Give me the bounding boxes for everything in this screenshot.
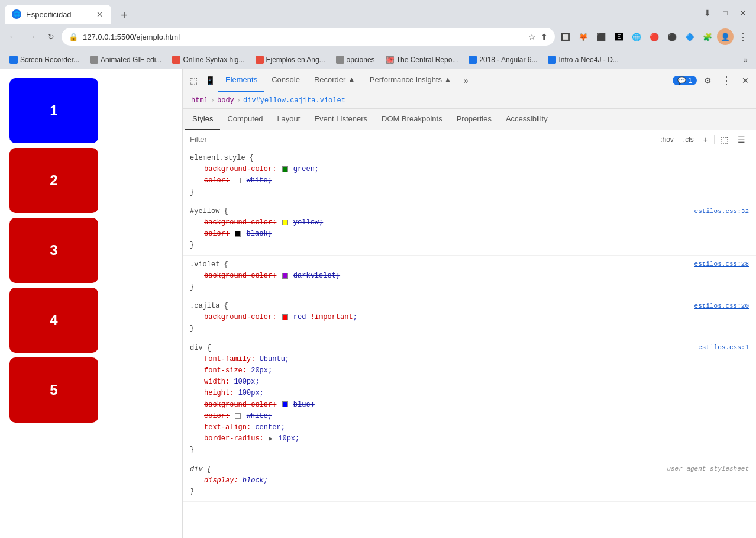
style-tab-properties[interactable]: Properties <box>450 109 499 130</box>
css-selector-div-ua[interactable]: div { <box>190 464 211 475</box>
css-selector-cajita[interactable]: .cajita { <box>190 301 228 312</box>
css-declaration-border-radius[interactable]: border-radius: ▶ 10px; <box>190 433 749 444</box>
close-devtools-button[interactable]: ✕ <box>737 72 754 89</box>
ext-icon-9[interactable]: 🧩 <box>699 28 716 45</box>
css-link-violet[interactable]: estilos.css:28 <box>694 259 749 270</box>
css-swatch-violet[interactable] <box>282 273 288 279</box>
css-rule-yellow: #yellow { estilos.css:32 background-colo… <box>183 202 756 256</box>
minimize-button[interactable]: ⬇ <box>699 5 716 21</box>
style-tab-styles[interactable]: Styles <box>185 109 220 130</box>
tab-performance-insights[interactable]: Performance insights ▲ <box>363 69 459 92</box>
style-tab-dom-breakpoints[interactable]: DOM Breakpoints <box>374 109 450 130</box>
more-tabs-button[interactable]: » <box>458 69 473 92</box>
css-declaration-bg-blue[interactable]: background-color: blue; <box>190 400 749 411</box>
maximize-button[interactable]: □ <box>717 5 734 21</box>
css-swatch-red[interactable] <box>282 314 288 320</box>
share-icon[interactable]: ⬆ <box>541 32 548 41</box>
cls-filter-button[interactable]: .cls <box>680 134 697 145</box>
ext-icon-3[interactable]: ⬛ <box>593 28 609 45</box>
hov-filter-button[interactable]: :hov <box>657 134 677 145</box>
profile-icon[interactable]: 👤 <box>717 28 734 45</box>
css-rule-selector-element-style[interactable]: element.style { <box>190 153 749 164</box>
style-tab-layout[interactable]: Layout <box>270 109 307 130</box>
tab-close-icon[interactable]: ✕ <box>95 9 104 19</box>
css-selector-violet[interactable]: .violet { <box>190 259 228 270</box>
ext-icon-2[interactable]: 🦊 <box>575 28 592 45</box>
star-icon[interactable]: ☆ <box>528 32 536 41</box>
filter-input[interactable] <box>190 135 649 144</box>
css-declaration-width[interactable]: width: 100px; <box>190 376 749 388</box>
tab-console[interactable]: Console <box>264 69 307 92</box>
css-declaration-text-align[interactable]: text-align: center; <box>190 422 749 433</box>
css-declaration-font-family[interactable]: font-family: Ubuntu; <box>190 354 749 365</box>
style-tab-accessibility[interactable]: Accessibility <box>499 109 555 130</box>
ext-icon-1[interactable]: 🔲 <box>557 28 574 45</box>
more-options-button[interactable]: ⋮ <box>718 72 735 89</box>
refresh-button[interactable]: ↻ <box>43 28 59 45</box>
css-swatch-black[interactable] <box>235 231 241 237</box>
bookmark-item-7[interactable]: 2018 - Angular 6... <box>464 54 542 65</box>
css-selector-yellow[interactable]: #yellow { <box>190 206 228 217</box>
css-declaration-bg-green[interactable]: background-color: green; <box>190 164 749 175</box>
settings-button[interactable]: ⚙ <box>699 72 716 89</box>
chat-badge[interactable]: 💬 1 <box>673 76 697 85</box>
css-swatch-yellow[interactable] <box>282 220 288 225</box>
breadcrumb-body[interactable]: body <box>216 96 235 105</box>
address-field[interactable]: 🔒 127.0.0.1:5500/ejemplo.html ☆ ⬆ <box>62 28 555 46</box>
window-controls: ⬇ □ ✕ <box>699 5 751 24</box>
css-swatch-green[interactable] <box>282 166 288 172</box>
css-declaration-bg-violet[interactable]: background-color: darkviolet; <box>190 270 749 282</box>
css-declaration-color-black[interactable]: color: black; <box>190 228 749 240</box>
css-link-cajita[interactable]: estilos.css:20 <box>694 301 749 312</box>
css-swatch-white-1[interactable] <box>235 178 241 183</box>
close-button[interactable]: ✕ <box>735 5 751 21</box>
ext-icon-7[interactable]: ⚫ <box>664 28 680 45</box>
css-triangle-border-radius[interactable]: ▶ <box>269 436 273 442</box>
ext-icon-4[interactable]: 🅴 <box>610 28 627 45</box>
menu-icon[interactable]: ⋮ <box>735 28 751 45</box>
device-toolbar-button[interactable]: 📱 <box>202 72 218 89</box>
css-link-yellow[interactable]: estilos.css:32 <box>694 207 749 217</box>
ext-icon-6[interactable]: 🔴 <box>646 28 663 45</box>
bookmark-favicon-5 <box>336 56 344 64</box>
css-declaration-bg-yellow[interactable]: background-color: yellow; <box>190 217 749 228</box>
bookmark-item-6[interactable]: 🐙 The Central Repo... <box>381 54 463 65</box>
add-class-button[interactable]: + <box>700 134 712 146</box>
main-area: 1 2 3 4 5 ⬚ 📱 Elements Console Recorder … <box>0 69 756 538</box>
new-tab-button[interactable]: + <box>116 7 133 24</box>
browser-tab[interactable]: 🌐 Especificidad ✕ <box>5 5 111 24</box>
css-declaration-display[interactable]: display: block; <box>190 475 749 487</box>
breadcrumb-html[interactable]: html <box>190 96 209 105</box>
new-style-rule-button[interactable]: ☰ <box>734 134 749 146</box>
css-declaration-color-white-1[interactable]: color: white; <box>190 175 749 186</box>
css-selector-div[interactable]: div { <box>190 343 211 354</box>
css-declaration-bg-red[interactable]: background-color: red !important; <box>190 312 749 323</box>
css-declaration-height[interactable]: height: 100px; <box>190 388 749 399</box>
css-link-div[interactable]: estilos.css:1 <box>698 343 749 353</box>
toggle-sidebar-button[interactable]: ⬚ <box>717 134 732 146</box>
css-rule-div: div { estilos.css:1 font-family: Ubuntu;… <box>183 339 756 460</box>
ext-icon-8[interactable]: 🔷 <box>681 28 698 45</box>
bookmark-item-4[interactable]: Ejemplos en Ang... <box>251 54 330 65</box>
bookmark-favicon-1 <box>9 56 18 64</box>
breadcrumb-active[interactable]: div#yellow.cajita.violet <box>242 96 347 105</box>
bookmarks-more-icon[interactable]: » <box>740 54 751 65</box>
back-button[interactable]: ← <box>5 28 21 45</box>
css-declaration-font-size[interactable]: font-size: 20px; <box>190 365 749 376</box>
bookmark-item-3[interactable]: Online Syntax hig... <box>167 54 249 65</box>
style-tab-computed[interactable]: Computed <box>220 109 270 130</box>
style-tab-event-listeners[interactable]: Event Listeners <box>307 109 374 130</box>
css-declaration-color-white-2[interactable]: color: white; <box>190 411 749 422</box>
css-rule-header-div-ua: div { user agent stylesheet <box>190 464 749 475</box>
ext-icon-5[interactable]: 🌐 <box>628 28 645 45</box>
bookmark-item-2[interactable]: Animated GIF edi... <box>85 54 166 65</box>
bookmark-item-1[interactable]: Screen Recorder... <box>5 54 84 65</box>
css-swatch-white-2[interactable] <box>235 413 241 419</box>
bookmark-item-8[interactable]: Intro a Neo4J - D... <box>543 54 623 65</box>
bookmark-item-5[interactable]: opciones <box>331 54 380 65</box>
css-swatch-blue[interactable] <box>282 401 288 407</box>
tab-recorder[interactable]: Recorder ▲ <box>307 69 363 92</box>
forward-button[interactable]: → <box>24 28 40 45</box>
tab-elements[interactable]: Elements <box>218 69 264 92</box>
inspect-element-button[interactable]: ⬚ <box>185 72 202 89</box>
